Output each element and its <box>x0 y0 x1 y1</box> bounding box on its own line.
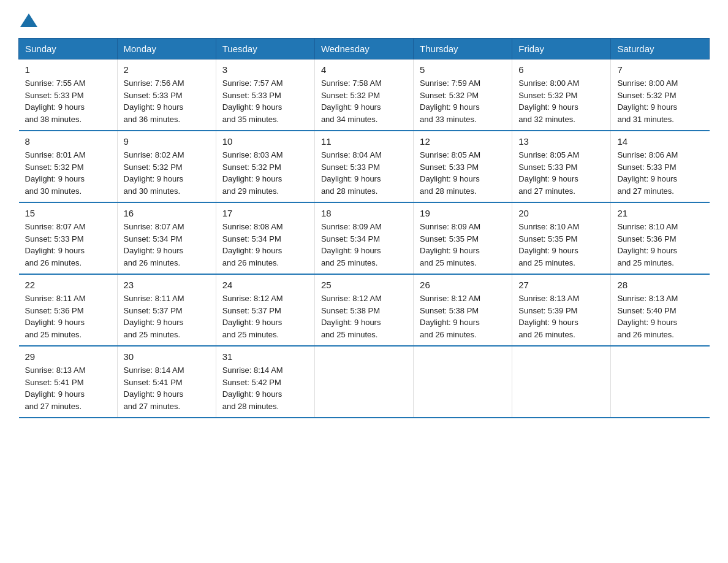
calendar-cell: 18 Sunrise: 8:09 AMSunset: 5:34 PMDaylig… <box>314 202 413 274</box>
calendar-week-1: 1 Sunrise: 7:55 AMSunset: 5:33 PMDayligh… <box>19 59 710 131</box>
day-number: 7 <box>617 64 703 75</box>
calendar-cell: 17 Sunrise: 8:08 AMSunset: 5:34 PMDaylig… <box>216 202 314 274</box>
calendar-cell: 21 Sunrise: 8:10 AMSunset: 5:36 PMDaylig… <box>611 202 710 274</box>
day-number: 15 <box>25 208 111 218</box>
header-row: SundayMondayTuesdayWednesdayThursdayFrid… <box>19 39 710 59</box>
logo <box>18 12 37 27</box>
cell-info: Sunrise: 8:10 AMSunset: 5:35 PMDaylight:… <box>518 222 579 267</box>
calendar-cell: 19 Sunrise: 8:09 AMSunset: 5:35 PMDaylig… <box>414 202 512 274</box>
day-number: 29 <box>25 351 111 362</box>
calendar-cell: 13 Sunrise: 8:05 AMSunset: 5:33 PMDaylig… <box>512 131 611 202</box>
calendar-cell: 24 Sunrise: 8:12 AMSunset: 5:37 PMDaylig… <box>216 274 314 346</box>
calendar-cell: 23 Sunrise: 8:11 AMSunset: 5:37 PMDaylig… <box>117 274 216 346</box>
header-day-friday: Friday <box>512 39 611 59</box>
calendar-header: SundayMondayTuesdayWednesdayThursdayFrid… <box>19 39 710 59</box>
calendar-cell: 8 Sunrise: 8:01 AMSunset: 5:32 PMDayligh… <box>19 131 118 202</box>
cell-info: Sunrise: 8:03 AMSunset: 5:32 PMDaylight:… <box>222 150 283 196</box>
day-number: 19 <box>420 208 506 218</box>
calendar-body: 1 Sunrise: 7:55 AMSunset: 5:33 PMDayligh… <box>19 59 710 418</box>
cell-info: Sunrise: 7:55 AMSunset: 5:33 PMDaylight:… <box>25 79 86 124</box>
calendar-cell: 14 Sunrise: 8:06 AMSunset: 5:33 PMDaylig… <box>611 131 710 202</box>
cell-info: Sunrise: 8:13 AMSunset: 5:40 PMDaylight:… <box>617 294 678 339</box>
header-day-sunday: Sunday <box>19 39 118 59</box>
page-header <box>18 12 710 27</box>
logo-triangle-icon <box>20 13 37 27</box>
cell-info: Sunrise: 8:12 AMSunset: 5:37 PMDaylight:… <box>222 294 283 339</box>
cell-info: Sunrise: 8:06 AMSunset: 5:33 PMDaylight:… <box>617 150 678 196</box>
day-number: 22 <box>25 280 111 290</box>
day-number: 18 <box>321 208 407 218</box>
calendar-cell <box>611 346 710 418</box>
cell-info: Sunrise: 8:09 AMSunset: 5:34 PMDaylight:… <box>321 222 382 267</box>
cell-info: Sunrise: 8:05 AMSunset: 5:33 PMDaylight:… <box>420 150 480 196</box>
cell-info: Sunrise: 8:00 AMSunset: 5:32 PMDaylight:… <box>518 79 579 124</box>
calendar-cell: 25 Sunrise: 8:12 AMSunset: 5:38 PMDaylig… <box>314 274 413 346</box>
calendar-cell: 16 Sunrise: 8:07 AMSunset: 5:34 PMDaylig… <box>117 202 216 274</box>
calendar-cell: 26 Sunrise: 8:12 AMSunset: 5:38 PMDaylig… <box>414 274 512 346</box>
day-number: 23 <box>124 280 210 290</box>
calendar-week-5: 29 Sunrise: 8:13 AMSunset: 5:41 PMDaylig… <box>19 346 710 418</box>
calendar-cell <box>414 346 512 418</box>
cell-info: Sunrise: 8:10 AMSunset: 5:36 PMDaylight:… <box>617 222 678 267</box>
calendar-cell: 2 Sunrise: 7:56 AMSunset: 5:33 PMDayligh… <box>117 59 216 131</box>
calendar-cell: 29 Sunrise: 8:13 AMSunset: 5:41 PMDaylig… <box>19 346 118 418</box>
cell-info: Sunrise: 8:12 AMSunset: 5:38 PMDaylight:… <box>321 294 382 339</box>
day-number: 4 <box>321 64 407 75</box>
cell-info: Sunrise: 8:13 AMSunset: 5:39 PMDaylight:… <box>518 294 579 339</box>
calendar-cell: 6 Sunrise: 8:00 AMSunset: 5:32 PMDayligh… <box>512 59 611 131</box>
header-day-tuesday: Tuesday <box>216 39 314 59</box>
header-day-thursday: Thursday <box>414 39 512 59</box>
cell-info: Sunrise: 7:56 AMSunset: 5:33 PMDaylight:… <box>124 79 184 124</box>
cell-info: Sunrise: 8:09 AMSunset: 5:35 PMDaylight:… <box>420 222 480 267</box>
day-number: 1 <box>25 64 111 75</box>
day-number: 21 <box>617 208 703 218</box>
calendar-cell: 27 Sunrise: 8:13 AMSunset: 5:39 PMDaylig… <box>512 274 611 346</box>
calendar-week-3: 15 Sunrise: 8:07 AMSunset: 5:33 PMDaylig… <box>19 202 710 274</box>
header-day-saturday: Saturday <box>611 39 710 59</box>
cell-info: Sunrise: 8:14 AMSunset: 5:42 PMDaylight:… <box>222 366 283 411</box>
cell-info: Sunrise: 8:07 AMSunset: 5:33 PMDaylight:… <box>25 222 86 267</box>
cell-info: Sunrise: 8:13 AMSunset: 5:41 PMDaylight:… <box>25 366 86 411</box>
day-number: 5 <box>420 64 506 75</box>
calendar-week-4: 22 Sunrise: 8:11 AMSunset: 5:36 PMDaylig… <box>19 274 710 346</box>
calendar-week-2: 8 Sunrise: 8:01 AMSunset: 5:32 PMDayligh… <box>19 131 710 202</box>
cell-info: Sunrise: 8:11 AMSunset: 5:37 PMDaylight:… <box>124 294 184 339</box>
calendar-cell: 12 Sunrise: 8:05 AMSunset: 5:33 PMDaylig… <box>414 131 512 202</box>
day-number: 17 <box>222 208 308 218</box>
day-number: 11 <box>321 136 407 147</box>
day-number: 12 <box>420 136 506 147</box>
calendar-cell: 22 Sunrise: 8:11 AMSunset: 5:36 PMDaylig… <box>19 274 118 346</box>
day-number: 8 <box>25 136 111 147</box>
calendar-cell: 1 Sunrise: 7:55 AMSunset: 5:33 PMDayligh… <box>19 59 118 131</box>
calendar-cell: 9 Sunrise: 8:02 AMSunset: 5:32 PMDayligh… <box>117 131 216 202</box>
header-day-wednesday: Wednesday <box>314 39 413 59</box>
cell-info: Sunrise: 8:04 AMSunset: 5:33 PMDaylight:… <box>321 150 382 196</box>
cell-info: Sunrise: 8:07 AMSunset: 5:34 PMDaylight:… <box>124 222 184 267</box>
calendar-cell: 4 Sunrise: 7:58 AMSunset: 5:32 PMDayligh… <box>314 59 413 131</box>
day-number: 16 <box>124 208 210 218</box>
cell-info: Sunrise: 7:57 AMSunset: 5:33 PMDaylight:… <box>222 79 283 124</box>
calendar-cell: 7 Sunrise: 8:00 AMSunset: 5:32 PMDayligh… <box>611 59 710 131</box>
calendar-cell: 3 Sunrise: 7:57 AMSunset: 5:33 PMDayligh… <box>216 59 314 131</box>
day-number: 10 <box>222 136 308 147</box>
calendar-cell <box>314 346 413 418</box>
day-number: 24 <box>222 280 308 290</box>
calendar-cell: 11 Sunrise: 8:04 AMSunset: 5:33 PMDaylig… <box>314 131 413 202</box>
calendar-cell: 5 Sunrise: 7:59 AMSunset: 5:32 PMDayligh… <box>414 59 512 131</box>
day-number: 26 <box>420 280 506 290</box>
calendar-cell: 28 Sunrise: 8:13 AMSunset: 5:40 PMDaylig… <box>611 274 710 346</box>
day-number: 9 <box>124 136 210 147</box>
calendar-cell: 15 Sunrise: 8:07 AMSunset: 5:33 PMDaylig… <box>19 202 118 274</box>
cell-info: Sunrise: 8:02 AMSunset: 5:32 PMDaylight:… <box>124 150 184 196</box>
calendar-cell: 30 Sunrise: 8:14 AMSunset: 5:41 PMDaylig… <box>117 346 216 418</box>
cell-info: Sunrise: 8:14 AMSunset: 5:41 PMDaylight:… <box>124 366 184 411</box>
calendar-table: SundayMondayTuesdayWednesdayThursdayFrid… <box>18 38 710 418</box>
calendar-cell: 10 Sunrise: 8:03 AMSunset: 5:32 PMDaylig… <box>216 131 314 202</box>
calendar-cell: 20 Sunrise: 8:10 AMSunset: 5:35 PMDaylig… <box>512 202 611 274</box>
cell-info: Sunrise: 8:12 AMSunset: 5:38 PMDaylight:… <box>420 294 480 339</box>
day-number: 14 <box>617 136 703 147</box>
calendar-cell: 31 Sunrise: 8:14 AMSunset: 5:42 PMDaylig… <box>216 346 314 418</box>
cell-info: Sunrise: 8:08 AMSunset: 5:34 PMDaylight:… <box>222 222 283 267</box>
day-number: 27 <box>518 280 604 290</box>
day-number: 2 <box>124 64 210 75</box>
